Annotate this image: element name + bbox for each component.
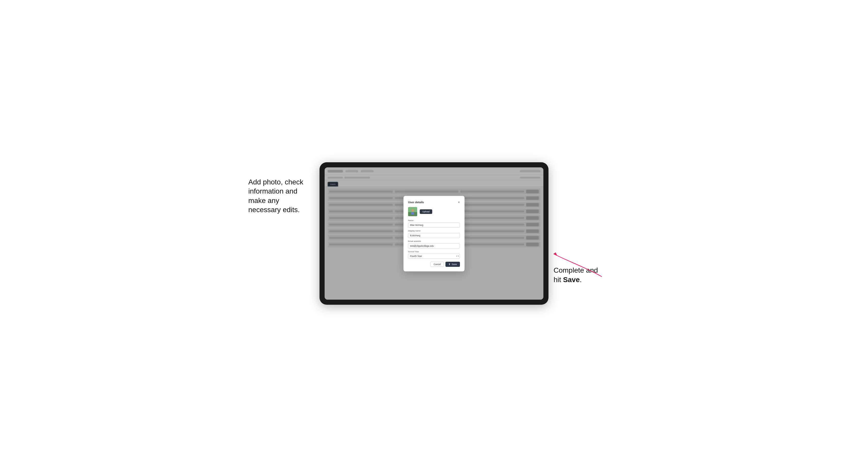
dialog-title: User details	[408, 201, 424, 204]
name-label: Name	[408, 219, 460, 222]
user-details-dialog: User details ×	[403, 196, 465, 271]
save-icon: ⬆	[448, 263, 451, 266]
annotation-left-line2: information and	[248, 187, 298, 195]
email-input[interactable]	[408, 243, 460, 249]
display-name-field-group: Display name	[408, 230, 460, 238]
school-year-wrapper: × ▾	[408, 254, 460, 259]
name-field-group: Name	[408, 219, 460, 228]
upload-button[interactable]: Upload	[420, 209, 432, 214]
annotation-right-line1: Complete and	[554, 266, 598, 274]
save-label: Save	[452, 263, 457, 266]
photo-section: Upload	[408, 207, 460, 216]
dialog-footer: Cancel ⬆ Save	[408, 262, 460, 267]
name-input[interactable]	[408, 223, 460, 228]
svg-point-4	[411, 209, 414, 212]
close-button[interactable]: ×	[458, 200, 460, 204]
avatar	[408, 207, 417, 216]
annotation-right-bold: Save	[563, 276, 580, 284]
annotation-left-line3: make any	[248, 197, 279, 205]
scene: Add photo, check information and make an…	[319, 162, 549, 305]
annotation-right: Complete and hit Save.	[554, 266, 615, 284]
svg-marker-1	[554, 252, 557, 256]
annotation-left-line4: necessary edits.	[248, 206, 300, 214]
save-button[interactable]: ⬆ Save	[445, 262, 460, 267]
svg-rect-5	[411, 212, 414, 215]
avatar-image	[408, 207, 417, 216]
modal-overlay: User details ×	[324, 167, 544, 300]
display-name-label: Display name	[408, 230, 460, 232]
cancel-button[interactable]: Cancel	[430, 262, 444, 267]
tablet-device: Users	[319, 162, 549, 305]
dialog-header: User details ×	[408, 200, 460, 204]
school-year-input[interactable]	[408, 254, 460, 259]
annotation-left: Add photo, check information and make an…	[248, 178, 314, 215]
school-year-field-group: School Year × ▾	[408, 251, 460, 259]
annotation-right-line2: hit Save.	[554, 276, 582, 284]
email-label: Email address	[408, 240, 460, 242]
school-year-label: School Year	[408, 251, 460, 253]
tablet-screen: Users	[324, 167, 544, 300]
annotation-left-line1: Add photo, check	[248, 178, 303, 186]
email-field-group: Email address	[408, 240, 460, 249]
display-name-input[interactable]	[408, 233, 460, 238]
